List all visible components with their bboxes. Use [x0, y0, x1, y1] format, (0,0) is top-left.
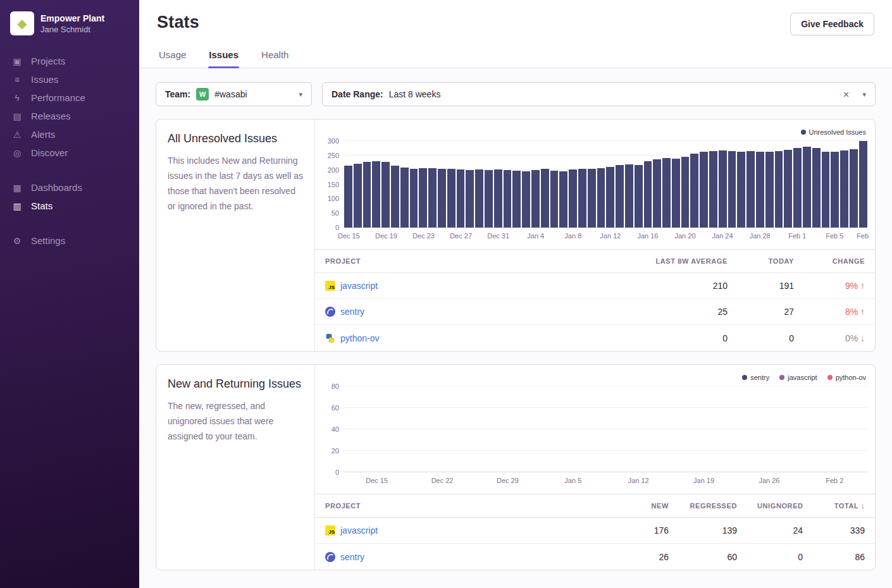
bar[interactable]: [531, 170, 540, 228]
bar[interactable]: [803, 147, 811, 228]
sidebar-item-projects[interactable]: ▣Projects: [0, 52, 139, 70]
bar[interactable]: [775, 151, 783, 228]
bar[interactable]: [644, 161, 652, 228]
bar[interactable]: [569, 169, 577, 228]
bar[interactable]: [812, 148, 821, 228]
bar[interactable]: [522, 171, 530, 228]
change-value: 8% ↑: [804, 307, 875, 317]
bar[interactable]: [344, 166, 352, 228]
bar[interactable]: [541, 169, 549, 228]
bar[interactable]: [859, 141, 867, 228]
bar[interactable]: [662, 158, 671, 228]
sidebar-item-label: Dashboards: [31, 182, 82, 193]
filter-bar: Team: W #wasabi ▾ Date Range: Last 8 wee…: [156, 82, 876, 106]
sidebar-item-settings[interactable]: ⚙Settings: [0, 231, 139, 250]
team-filter[interactable]: Team: W #wasabi ▾: [156, 82, 312, 106]
bar[interactable]: [485, 170, 493, 228]
bar[interactable]: [850, 149, 858, 228]
bar[interactable]: [840, 150, 848, 228]
clear-date-icon[interactable]: ×: [843, 89, 850, 100]
bar[interactable]: [793, 148, 802, 228]
tab-health[interactable]: Health: [261, 43, 289, 68]
x-axis-label: Jan 24: [712, 232, 733, 240]
bar[interactable]: [559, 171, 567, 228]
y-axis-label: 300: [328, 137, 339, 145]
tab-bar: Usage Issues Health: [139, 43, 892, 68]
bar[interactable]: [372, 161, 380, 228]
bar[interactable]: [428, 168, 437, 228]
bar[interactable]: [831, 152, 839, 228]
project-link[interactable]: JSjavascript: [315, 525, 608, 536]
sidebar-item-alerts[interactable]: ⚠Alerts: [0, 125, 139, 144]
bar[interactable]: [391, 166, 399, 228]
project-link[interactable]: sentry: [315, 307, 624, 317]
bar[interactable]: [475, 169, 483, 228]
bar[interactable]: [504, 170, 512, 228]
legend-dot: [801, 130, 806, 135]
sort-descending-icon: ↓: [860, 501, 865, 510]
bar[interactable]: [438, 169, 446, 228]
legend-item[interactable]: sentry: [742, 374, 769, 381]
bar[interactable]: [625, 164, 633, 228]
new-returning-issues-chart: 020406080: [344, 386, 867, 472]
org-switcher[interactable]: ◆ Empower Plant Jane Schmidt: [0, 11, 139, 35]
bar[interactable]: [597, 168, 605, 228]
bar[interactable]: [588, 169, 596, 228]
bar[interactable]: [410, 169, 418, 228]
tab-issues[interactable]: Issues: [208, 43, 239, 68]
project-link[interactable]: sentry: [315, 552, 608, 562]
bar[interactable]: [784, 150, 792, 228]
stats-icon: ▥: [11, 201, 23, 211]
bar[interactable]: [709, 151, 717, 228]
bar[interactable]: [381, 162, 390, 228]
sidebar-item-releases[interactable]: ▤Releases: [0, 107, 139, 125]
today-value: 27: [738, 307, 804, 317]
bar[interactable]: [466, 170, 474, 228]
legend-item[interactable]: javascript: [779, 374, 817, 381]
bar[interactable]: [635, 165, 643, 228]
bar[interactable]: [457, 169, 465, 228]
x-axis-label: Jan 19: [671, 475, 736, 489]
column-header[interactable]: TOTAL↓: [813, 501, 875, 510]
legend-item[interactable]: python-ov: [827, 374, 866, 381]
alerts-icon: ⚠: [11, 130, 23, 140]
give-feedback-button[interactable]: Give Feedback: [790, 13, 874, 35]
project-link[interactable]: python-ov: [315, 333, 624, 343]
bar[interactable]: [550, 171, 559, 228]
bar[interactable]: [719, 150, 727, 228]
legend-dot: [827, 375, 833, 380]
bar[interactable]: [494, 169, 502, 228]
sidebar-item-dashboards[interactable]: ▦Dashboards: [0, 178, 139, 197]
bar[interactable]: [653, 159, 661, 228]
bar[interactable]: [512, 171, 521, 228]
bar[interactable]: [822, 152, 830, 228]
y-axis-label: 60: [331, 404, 339, 412]
performance-icon: ϟ: [11, 93, 23, 103]
bar[interactable]: [606, 167, 614, 228]
project-link[interactable]: JSjavascript: [315, 281, 624, 291]
bar[interactable]: [690, 154, 698, 228]
sidebar-item-stats[interactable]: ▥Stats: [0, 197, 139, 215]
bar[interactable]: [447, 169, 455, 228]
sidebar-item-performance[interactable]: ϟPerformance: [0, 89, 139, 107]
bar[interactable]: [700, 152, 708, 228]
date-range-filter[interactable]: Date Range: Last 8 weeks × ▾: [322, 82, 876, 106]
legend-item[interactable]: Unresolved Issues: [801, 128, 867, 136]
bar[interactable]: [672, 159, 680, 228]
bar[interactable]: [400, 168, 409, 228]
tab-usage[interactable]: Usage: [158, 43, 187, 68]
sidebar-item-issues[interactable]: ≡Issues: [0, 70, 139, 89]
bar[interactable]: [756, 152, 764, 228]
bar[interactable]: [616, 165, 624, 228]
bar[interactable]: [354, 164, 362, 228]
bar[interactable]: [737, 152, 745, 228]
bar[interactable]: [419, 168, 427, 228]
sidebar-item-discover[interactable]: ◎Discover: [0, 144, 139, 162]
bar[interactable]: [746, 151, 755, 228]
bar[interactable]: [728, 151, 736, 228]
bar[interactable]: [681, 157, 690, 228]
nav-section: ▦Dashboards▥Stats: [0, 178, 139, 215]
bar[interactable]: [765, 152, 774, 228]
bar[interactable]: [578, 169, 586, 228]
bar[interactable]: [363, 162, 371, 228]
